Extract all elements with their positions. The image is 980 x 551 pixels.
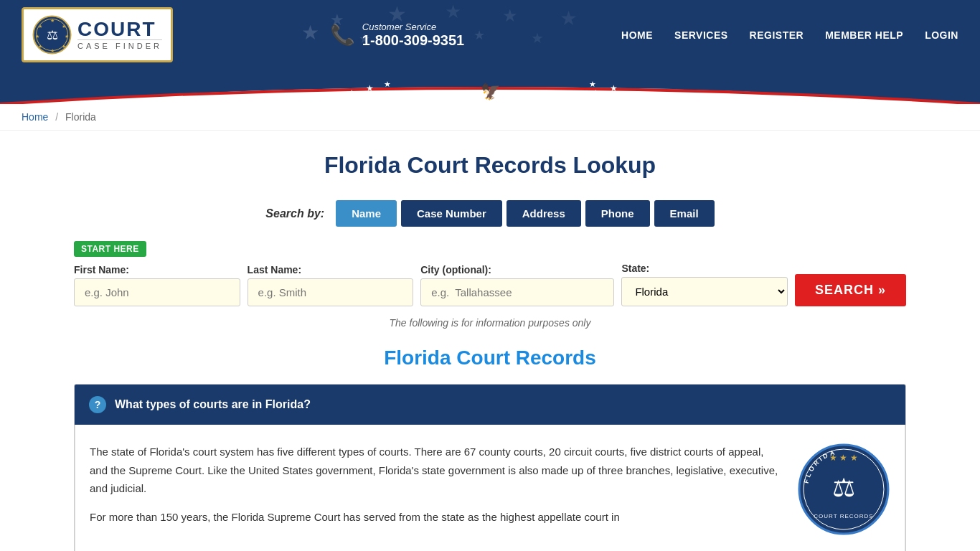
logo-court-label: COURT <box>77 19 162 39</box>
site-header: ★ ★ ★ ★ ★ ★ ★ ★ ★ ★ ★ ★ ★ ★ ★ ★ ★ ★ <box>0 0 980 70</box>
start-here-badge: START HERE <box>74 241 146 257</box>
svg-text:★: ★ <box>65 34 69 39</box>
city-input[interactable] <box>420 278 614 306</box>
city-group: City (optional): <box>420 264 614 306</box>
svg-text:★: ★ <box>384 80 391 88</box>
tab-email[interactable]: Email <box>654 200 715 227</box>
section-title: Florida Court Records <box>74 347 906 369</box>
svg-text:★: ★ <box>62 24 66 29</box>
page-title: Florida Court Records Lookup <box>74 152 906 179</box>
last-name-group: Last Name: <box>248 264 414 306</box>
accordion: ? What types of courts are in Florida? T… <box>74 384 906 551</box>
nav-login[interactable]: LOGIN <box>925 29 958 41</box>
florida-seal-icon: FLORIDA ★ ★ ★ ⚖ COURT RECORDS <box>797 443 890 536</box>
customer-service-number: 1-800-309-9351 <box>362 32 464 49</box>
svg-text:★: ★ <box>560 7 578 29</box>
eagle-banner: ★ ★ ★ ★ ★ ★ 🦅 <box>0 70 980 104</box>
svg-text:⚖: ⚖ <box>47 28 58 42</box>
customer-service: 📞 Customer Service 1-800-309-9351 <box>330 22 464 49</box>
svg-text:★: ★ <box>38 24 42 29</box>
tab-phone[interactable]: Phone <box>585 200 650 227</box>
form-row: First Name: Last Name: City (optional): … <box>74 263 906 306</box>
svg-text:★: ★ <box>473 28 485 42</box>
tab-case-number[interactable]: Case Number <box>401 200 502 227</box>
state-label: State: <box>621 263 788 274</box>
svg-text:★: ★ <box>531 30 544 46</box>
phone-icon: 📞 <box>330 23 355 47</box>
accordion-body: The state of Florida's court system has … <box>75 425 905 551</box>
svg-text:★: ★ <box>591 88 600 99</box>
svg-text:⚖: ⚖ <box>832 473 855 502</box>
tab-address[interactable]: Address <box>507 200 581 227</box>
accordion-content: The state of Florida's court system has … <box>90 443 783 536</box>
accordion-header[interactable]: ? What types of courts are in Florida? <box>75 385 905 425</box>
nav-register[interactable]: REGISTER <box>750 29 804 41</box>
main-nav: HOME SERVICES REGISTER MEMBER HELP LOGIN <box>621 29 958 41</box>
breadcrumb-separator: / <box>55 111 58 123</box>
accordion-question-text: What types of courts are in Florida? <box>115 398 311 411</box>
logo-box: ★ ★ ★ ★ ★ ★ ★ ★ ⚖ COURT CASE FINDER <box>22 7 173 62</box>
info-note: The following is for information purpose… <box>74 317 906 329</box>
svg-text:★: ★ <box>589 80 596 88</box>
customer-service-info: Customer Service 1-800-309-9351 <box>362 22 464 49</box>
nav-member-help[interactable]: MEMBER HELP <box>825 29 903 41</box>
tab-name[interactable]: Name <box>336 200 397 227</box>
svg-text:🦅: 🦅 <box>481 82 501 101</box>
main-content: Florida Court Records Lookup Search by: … <box>60 131 920 551</box>
nav-home[interactable]: HOME <box>621 29 653 41</box>
svg-text:★: ★ <box>502 6 518 25</box>
accordion-question-icon: ? <box>89 396 106 413</box>
breadcrumb-home[interactable]: Home <box>22 111 48 123</box>
state-select[interactable]: Florida <box>621 277 788 306</box>
state-group: State: Florida <box>621 263 788 306</box>
last-name-label: Last Name: <box>248 264 414 276</box>
breadcrumb: Home / Florida <box>0 104 980 131</box>
court-emblem-icon: ★ ★ ★ ★ ★ ★ ★ ★ ⚖ <box>32 15 72 55</box>
svg-text:★: ★ <box>38 44 42 49</box>
city-label: City (optional): <box>420 264 614 276</box>
search-by-row: Search by: Name Case Number Address Phon… <box>74 200 906 227</box>
svg-text:★: ★ <box>445 1 461 22</box>
nav-services[interactable]: SERVICES <box>674 29 728 41</box>
svg-text:★: ★ <box>35 34 39 39</box>
svg-text:★: ★ <box>50 48 55 53</box>
accordion-paragraph-1: The state of Florida's court system has … <box>90 443 783 498</box>
first-name-label: First Name: <box>74 264 240 276</box>
svg-text:COURT RECORDS: COURT RECORDS <box>814 513 873 519</box>
first-name-input[interactable] <box>74 278 240 306</box>
first-name-group: First Name: <box>74 264 240 306</box>
svg-text:★: ★ <box>366 83 374 93</box>
customer-service-label: Customer Service <box>362 22 464 32</box>
breadcrumb-current: Florida <box>65 111 96 123</box>
logo-case-finder-label: CASE FINDER <box>77 39 162 50</box>
search-button[interactable]: SEARCH » <box>795 274 906 306</box>
svg-text:★: ★ <box>50 18 55 23</box>
accordion-paragraph-2: For more than 150 years, the Florida Sup… <box>90 508 783 527</box>
logo-text: COURT CASE FINDER <box>77 19 162 50</box>
svg-text:★: ★ <box>62 44 66 49</box>
last-name-input[interactable] <box>248 278 414 306</box>
svg-text:★: ★ <box>347 88 357 99</box>
svg-text:★: ★ <box>301 22 319 44</box>
svg-text:★ ★ ★: ★ ★ ★ <box>829 453 858 463</box>
logo-area: ★ ★ ★ ★ ★ ★ ★ ★ ⚖ COURT CASE FINDER <box>22 7 173 62</box>
search-form: START HERE First Name: Last Name: City (… <box>74 241 906 306</box>
search-by-label: Search by: <box>265 207 324 220</box>
svg-text:★: ★ <box>610 83 618 93</box>
